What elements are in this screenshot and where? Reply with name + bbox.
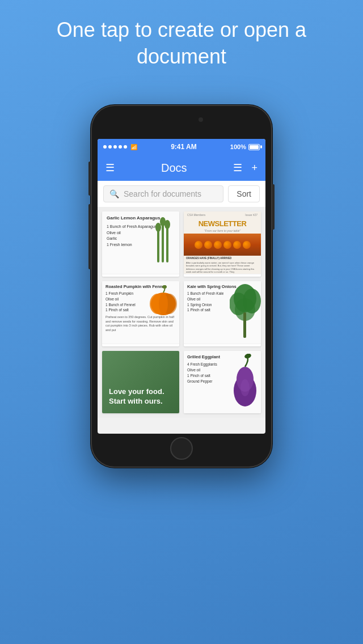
search-placeholder: Search for documents [124, 189, 201, 198]
svg-point-5 [164, 220, 170, 229]
app-title: Docs [161, 162, 187, 175]
status-time: 9:41 AM [171, 143, 197, 151]
sort-button[interactable]: Sort [228, 185, 260, 202]
thumb-content-newsletter: CSA Members Issue #27 NEWSLETTER "From o… [184, 211, 261, 274]
wifi-icon: 📶 [130, 144, 137, 150]
doc-footer-pumpkin: Pumpkin with Fennel opened 03/19/14 [102, 344, 179, 346]
battery-fill [250, 145, 259, 149]
phone-speaker [162, 115, 201, 122]
svg-rect-15 [243, 312, 246, 338]
header-actions: ☰ + [233, 162, 258, 174]
doc-card-eggplant[interactable]: Grilled Eggplant 4 Fresh Eggplants Olive… [184, 351, 261, 413]
doc-thumbnail-eggplant: Grilled Eggplant 4 Fresh Eggplants Olive… [184, 351, 261, 413]
doc-footer-kale: Kale with Onions opened 03/19/14 [184, 344, 261, 346]
documents-grid: Garlic Lemon Asparagus 1 Bunch of Fresh … [98, 207, 265, 418]
kale-illustration [230, 281, 261, 342]
orange-5 [233, 241, 241, 249]
signal-dot-2 [108, 145, 112, 149]
status-bar: 📶 9:41 AM 100% [98, 139, 265, 155]
doc-card-newsletter[interactable]: CSA Members Issue #27 NEWSLETTER "From o… [184, 211, 261, 277]
doc-card-kale[interactable]: Kale with Spring Onions 1 Bunch of Fresh… [184, 281, 261, 346]
doc-footer-newsletter: Newsletter #27 opened 03/19/14 [184, 274, 261, 277]
doc-footer-garlic: Garlic Asparagus opened 03/19/14 [102, 274, 179, 277]
doc-thumbnail-pumpkin: Roasted Pumpkin with Fennel 1 Fresh Pump… [102, 281, 179, 344]
signal-dot-4 [119, 145, 122, 149]
newsletter-caption: ORANGES HAVE (FINALLY) ARRIVED [184, 256, 261, 261]
svg-rect-0 [162, 223, 164, 262]
orange-4 [223, 241, 231, 249]
newsletter-title: NEWSLETTER [184, 218, 261, 229]
pumpkin-illustration [149, 284, 178, 318]
newsletter-label: CSA Members [187, 213, 205, 217]
svg-point-10 [162, 285, 167, 289]
signal-dot-1 [103, 145, 107, 149]
orange-2 [204, 241, 212, 249]
menu-icon[interactable]: ☰ [105, 162, 115, 174]
doc-card-pumpkin[interactable]: Roasted Pumpkin with Fennel 1 Fresh Pump… [102, 281, 179, 346]
newsletter-issue: Issue #27 [245, 213, 258, 217]
doc-thumbnail-kale: Kale with Spring Onions 1 Bunch of Fresh… [184, 281, 261, 344]
app-header: ☰ Docs ☰ + [98, 155, 265, 181]
orange-6 [243, 241, 251, 249]
search-icon: 🔍 [109, 189, 119, 198]
doc-card-garlic-asparagus[interactable]: Garlic Lemon Asparagus 1 Bunch of Fresh … [102, 211, 179, 277]
search-bar: 🔍 Search for documents Sort [98, 181, 265, 207]
asparagus-illustration [150, 211, 178, 268]
add-document-icon[interactable]: + [251, 162, 258, 174]
orange-circles [192, 239, 253, 251]
doc-thumbnail-food-start: Love your food. Start with ours. [102, 351, 179, 413]
phone-home-button[interactable] [170, 437, 193, 460]
food-start-content: Love your food. Start with ours. [102, 351, 179, 413]
svg-point-4 [155, 223, 161, 232]
eggplant-illustration [230, 354, 261, 410]
svg-point-9 [159, 293, 168, 315]
newsletter-subtitle: "From our farm to your table" [184, 229, 261, 232]
battery-icon [248, 144, 260, 150]
search-input-wrapper[interactable]: 🔍 Search for documents [103, 185, 223, 202]
list-view-icon[interactable]: ☰ [233, 162, 242, 174]
svg-rect-1 [157, 228, 159, 262]
doc-thumbnail-garlic: Garlic Lemon Asparagus 1 Bunch of Fresh … [102, 211, 179, 274]
signal-dot-3 [113, 145, 117, 149]
food-start-text: Love your food. Start with ours. [109, 387, 172, 406]
hero-text: One tap to create or open a document [0, 17, 363, 70]
phone-camera [199, 117, 203, 122]
svg-point-19 [240, 379, 250, 396]
newsletter-image [184, 234, 261, 256]
orange-3 [214, 241, 222, 249]
signal-dot-5 [124, 145, 127, 149]
orange-1 [195, 241, 202, 249]
signal-area: 📶 [103, 144, 137, 150]
svg-rect-2 [166, 226, 168, 262]
doc-card-food-start[interactable]: Love your food. Start with ours. [102, 351, 179, 413]
newsletter-header: CSA Members Issue #27 [184, 211, 261, 218]
doc-thumbnail-newsletter: CSA Members Issue #27 NEWSLETTER "From o… [184, 211, 261, 274]
battery-percent: 100% [230, 143, 246, 150]
phone-device: 📶 9:41 AM 100% ☰ Docs ☰ + 🔍 Search fo [91, 105, 272, 468]
phone-screen: 📶 9:41 AM 100% ☰ Docs ☰ + 🔍 Search fo [98, 139, 265, 434]
newsletter-body: After a particularly warm winter, we wer… [184, 261, 261, 274]
battery-area: 100% [230, 143, 260, 150]
